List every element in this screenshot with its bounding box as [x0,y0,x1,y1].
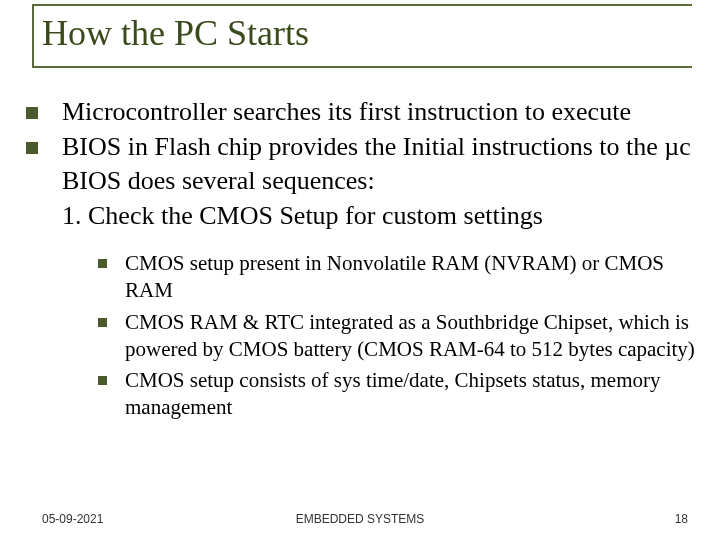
footer-title: EMBEDDED SYSTEMS [0,512,720,526]
square-bullet-icon [26,107,38,119]
bullet-text: BIOS in Flash chip provides the Initial … [62,131,691,164]
page-number: 18 [675,512,688,526]
title-block: How the PC Starts [28,4,692,63]
sub-bullet-item: CMOS setup consists of sys time/date, Ch… [98,367,698,422]
sub-bullet-text: CMOS setup present in Nonvolatile RAM (N… [125,250,698,305]
square-bullet-icon [98,318,107,327]
title-rule-bottom [32,66,692,68]
slide: How the PC Starts Microcontroller search… [0,0,720,540]
bullet-continuation: BIOS does several sequences: [62,165,706,198]
sub-bullet-text: CMOS setup consists of sys time/date, Ch… [125,367,698,422]
sub-bullet-block: CMOS setup present in Nonvolatile RAM (N… [98,250,698,422]
sub-bullet-item: CMOS RAM & RTC integrated as a Southbrid… [98,309,698,364]
sub-bullet-text: CMOS RAM & RTC integrated as a Southbrid… [125,309,698,364]
bullet-text: Microcontroller searches its first instr… [62,96,631,129]
square-bullet-icon [98,259,107,268]
square-bullet-icon [98,376,107,385]
bullet-item: BIOS in Flash chip provides the Initial … [26,131,706,164]
bullet-item: Microcontroller searches its first instr… [26,96,706,129]
square-bullet-icon [26,142,38,154]
bullet-continuation: 1. Check the CMOS Setup for custom setti… [62,200,706,233]
body-content: Microcontroller searches its first instr… [26,96,706,426]
slide-title: How the PC Starts [28,4,692,63]
sub-bullet-item: CMOS setup present in Nonvolatile RAM (N… [98,250,698,305]
